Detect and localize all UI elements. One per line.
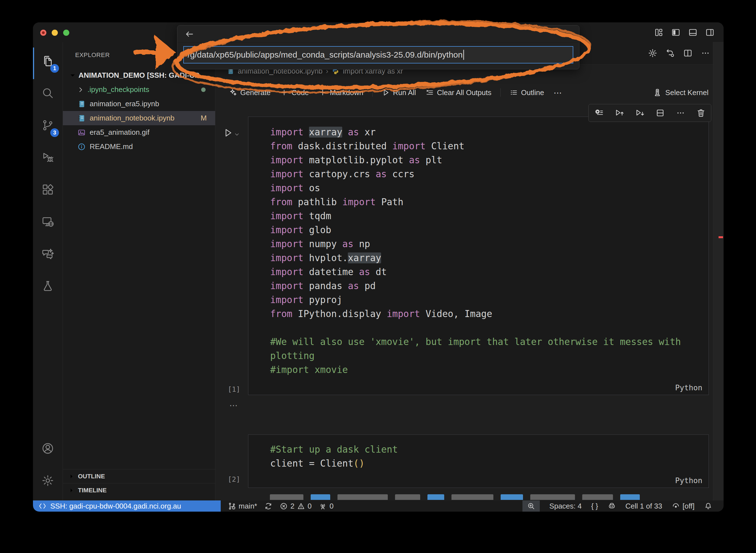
compare-swap-icon[interactable]	[665, 48, 675, 58]
minimize-window-button[interactable]	[52, 30, 58, 36]
generate-label: Generate	[240, 88, 270, 97]
quick-input-header	[177, 25, 579, 43]
collapsed-cell-indicator[interactable]: ⋯	[229, 400, 238, 410]
screencast-status[interactable]: [off]	[672, 502, 694, 510]
close-window-button[interactable]	[40, 30, 46, 36]
remote-label: SSH: gadi-cpu-bdw-0004.gadi.nci.org.au	[50, 502, 181, 510]
toggle-panel-icon[interactable]	[688, 28, 697, 37]
settings-button[interactable]	[33, 464, 63, 496]
broadcast-tower-icon	[319, 502, 327, 510]
file-tree-item[interactable]: .ipynb_checkpoints	[63, 82, 215, 97]
code-editor[interactable]: import xarray as xrfrom dask.distributed…	[270, 125, 703, 377]
back-arrow-icon[interactable]	[185, 29, 194, 39]
sidebar-item-run-debug[interactable]	[33, 141, 63, 173]
explorer-title: EXPLORER	[75, 52, 110, 59]
add-markdown-label: Markdown	[330, 88, 364, 97]
run-cell-button[interactable]	[223, 126, 247, 142]
code-line: import matplotlib.pyplot as plt	[270, 153, 703, 167]
code-line: from pathlib import Path	[270, 195, 703, 209]
chevron-right-icon	[68, 473, 75, 480]
notebook-file-icon	[77, 114, 86, 123]
add-markdown-cell-button[interactable]: Markdown	[316, 87, 366, 99]
interpreter-path-input[interactable]: /g/data/xp65/public/apps/med_conda_scrip…	[183, 46, 573, 64]
code-cell-1[interactable]: import xarray as xrfrom dask.distributed…	[248, 116, 709, 395]
code-line: import os	[270, 181, 703, 195]
branch-status[interactable]: main*	[228, 502, 257, 510]
clear-outputs-icon	[426, 88, 434, 97]
sidebar-item-chat[interactable]	[33, 238, 63, 270]
chat-icon	[41, 247, 54, 260]
notebook-settings-gear-icon[interactable]	[648, 48, 657, 58]
file-name-label: era5_animation.gif	[90, 128, 150, 137]
split-editor-icon[interactable]	[683, 48, 692, 58]
cell-indicator-status[interactable]: Cell 1 of 33	[626, 502, 662, 510]
more-actions-icon[interactable]	[701, 48, 710, 58]
sidebar-section-timeline[interactable]: TIMELINE	[63, 483, 215, 497]
ports-status[interactable]: 0	[319, 502, 333, 510]
problems-status[interactable]: 2 0	[280, 502, 311, 510]
zoom-status-button[interactable]	[523, 500, 540, 511]
clear-all-outputs-button[interactable]: Clear All Outputs	[423, 87, 494, 99]
customize-layout-icon[interactable]	[654, 28, 664, 37]
code-editor[interactable]: #Start up a dask clientclient = Client()	[270, 443, 703, 471]
indentation-status[interactable]: Spaces: 4	[549, 502, 582, 510]
run-debug-icon	[41, 151, 54, 164]
toolbar-divider	[500, 88, 501, 97]
sidebar-item-source-control[interactable]: 3	[33, 109, 63, 141]
code-cell-2[interactable]: #Start up a dask clientclient = Client()…	[248, 434, 709, 488]
screencast-label: [off]	[682, 502, 694, 510]
editor-scrollbar[interactable]	[713, 42, 724, 500]
file-tree-item[interactable]: era5_animation.gif	[63, 125, 215, 140]
sidebar-item-explorer[interactable]: 1	[33, 45, 63, 77]
execution-count-1: [1]	[228, 385, 247, 393]
outline-button[interactable]: Outline	[507, 87, 547, 99]
outline-section-label: OUTLINE	[78, 473, 105, 480]
gear-icon	[41, 474, 54, 487]
code-line: plotting	[270, 349, 703, 363]
file-tree-item[interactable]: animation_notebook.ipynbM	[63, 111, 215, 125]
sidebar-item-remote-explorer[interactable]	[33, 206, 63, 238]
remote-explorer-icon	[41, 215, 54, 228]
cell-language-label[interactable]: Python	[675, 383, 702, 392]
code-line: import pyproj	[270, 293, 703, 307]
zoom-in-icon	[527, 502, 535, 510]
language-braces-status[interactable]: { }	[591, 502, 598, 510]
sparkle-icon	[229, 88, 237, 97]
sidebar-section-outline[interactable]: OUTLINE	[63, 469, 215, 483]
delete-cell-icon[interactable]	[696, 108, 706, 118]
search-icon	[41, 87, 54, 99]
account-button[interactable]	[33, 432, 63, 464]
select-kernel-button[interactable]: Select Kernel	[650, 86, 711, 99]
copilot-icon[interactable]	[608, 502, 616, 510]
run-options-chevron-icon	[234, 132, 240, 138]
sync-status[interactable]	[264, 502, 272, 510]
execute-cells-icon[interactable]	[594, 108, 604, 118]
sidebar-item-extensions[interactable]	[33, 173, 63, 206]
cell-language-label[interactable]: Python	[675, 476, 702, 485]
toggle-primary-sidebar-icon[interactable]	[671, 28, 681, 37]
add-code-cell-button[interactable]: Code	[277, 87, 311, 99]
execute-above-icon[interactable]	[615, 108, 624, 118]
sidebar-item-testing[interactable]	[33, 270, 63, 302]
clipped-code-line	[270, 494, 689, 500]
sidebar-item-search[interactable]	[33, 77, 63, 109]
bell-icon[interactable]	[704, 502, 713, 510]
file-tree-item[interactable]: animation_era5.ipynb	[63, 97, 215, 111]
file-name-label: animation_era5.ipynb	[90, 99, 159, 108]
run-all-button[interactable]: Run All	[379, 87, 419, 99]
execute-below-icon[interactable]	[635, 108, 645, 118]
vscode-window: 1 3	[33, 22, 724, 511]
generate-button[interactable]: Generate	[226, 87, 273, 99]
outline-label: Outline	[521, 88, 544, 97]
image-file-icon	[77, 128, 86, 137]
file-tree-item[interactable]: README.md	[63, 140, 215, 154]
remote-indicator[interactable]: SSH: gadi-cpu-bdw-0004.gadi.nci.org.au	[33, 500, 221, 511]
error-count: 2	[290, 502, 294, 510]
cell-more-actions-icon[interactable]	[676, 108, 685, 118]
code-line: import xarray as xr	[270, 125, 703, 139]
toggle-secondary-sidebar-icon[interactable]	[705, 28, 715, 37]
explorer-root-folder[interactable]: ANIMATION_DEMO [SSH: GADI-CP...	[63, 68, 215, 82]
split-cell-icon[interactable]	[655, 108, 665, 118]
maximize-window-button[interactable]	[63, 30, 69, 36]
toolbar-more-button[interactable]: ⋯	[551, 88, 565, 97]
